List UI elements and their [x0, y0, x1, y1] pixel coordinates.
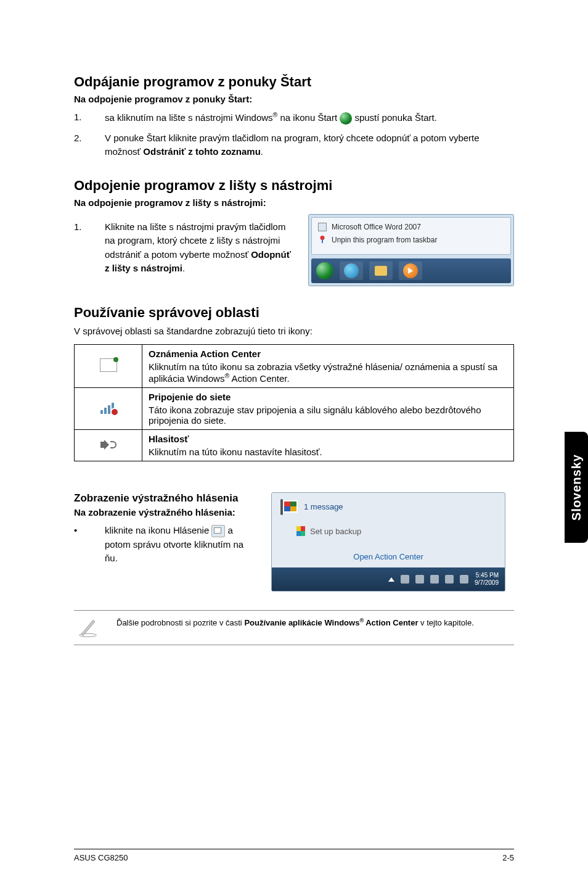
text-frag: Action Center.	[229, 373, 290, 384]
text-frag: spustí ponuka Štart.	[352, 112, 437, 123]
start-button[interactable]	[316, 262, 333, 279]
cell-body: Kliknutím na túto ikonu sa zobrazia všet…	[149, 361, 497, 384]
open-action-center-link[interactable]: Open Action Center	[272, 542, 505, 567]
step-number: 2.	[74, 131, 86, 159]
bullet-text: kliknite na ikonu Hlásenie a potom správ…	[105, 524, 259, 566]
taskbar-wmp-button[interactable]	[399, 262, 422, 280]
text-frag: kliknite na ikonu Hlásenie	[105, 525, 211, 535]
alert-flag-icon	[211, 525, 225, 537]
context-menu-inner: Microsoft Office Word 2007 Unpin this pr…	[311, 217, 511, 255]
tray-icon[interactable]	[401, 575, 409, 584]
table-row: Pripojenie do siete Táto ikona zobrazuje…	[75, 388, 514, 430]
clock-date: 9/7/2009	[475, 579, 499, 587]
svg-point-0	[321, 235, 325, 239]
system-tray: 5:45 PM 9/7/2009	[272, 567, 505, 591]
cell-content: Oznámenia Action Center Kliknutím na tút…	[142, 345, 514, 388]
text-frag: sa kliknutím na lište s nástrojmi Window…	[105, 112, 273, 123]
section2-steps: 1. Kliknite na lište s nástrojmi pravým …	[74, 220, 296, 276]
text-frag: .	[182, 263, 185, 273]
text-frag: na ikonu Štart	[277, 112, 340, 123]
page-footer: ASUS CG8250 2-5	[74, 849, 514, 862]
tray-icon[interactable]	[460, 575, 468, 584]
step-text: sa kliknutím na lište s nástrojmi Window…	[105, 110, 514, 125]
network-icon	[100, 402, 116, 414]
taskbar-ie-button[interactable]	[340, 262, 363, 280]
icons-table: Oznámenia Action Center Kliknutím na tút…	[74, 344, 514, 461]
icon-cell	[75, 345, 142, 388]
tray-clock[interactable]: 5:45 PM 9/7/2009	[475, 572, 499, 587]
bold-text: Action Center	[364, 618, 418, 627]
text-frag: .	[261, 146, 263, 157]
section3-intro: V správovej oblasti sa štandardne zobraz…	[74, 324, 514, 339]
menu-item-word[interactable]: Microsoft Office Word 2007	[318, 223, 504, 231]
section3-title: Používanie správovej oblasti	[74, 305, 514, 321]
cell-body: Kliknutím na túto ikonu nastavíte hlasit…	[149, 447, 322, 457]
cell-title: Pripojenie do siete	[149, 392, 507, 402]
note-text: Ďalšie podrobnosti si pozrite v časti Po…	[116, 617, 474, 629]
menu-item-label: Unpin this program from taskbar	[332, 236, 437, 244]
action-center-icon	[100, 358, 117, 372]
context-menu-screenshot: Microsoft Office Word 2007 Unpin this pr…	[308, 214, 514, 286]
message-text: Set up backup	[310, 527, 361, 536]
language-tab: Slovensky	[565, 432, 588, 543]
icon-cell	[75, 430, 142, 461]
tray-expand-icon[interactable]	[388, 577, 394, 582]
menu-item-label: Microsoft Office Word 2007	[332, 223, 421, 231]
bullet-mark: •	[74, 524, 86, 566]
messages-count: 1 message	[304, 502, 343, 511]
text-frag: Kliknutím na túto ikonu sa zobrazia všet…	[149, 361, 497, 384]
taskbar-explorer-button[interactable]	[369, 262, 393, 280]
volume-icon	[100, 439, 116, 451]
note-pen-icon	[74, 617, 102, 638]
section1-step2: 2. V ponuke Štart kliknite pravým tlačid…	[74, 131, 514, 159]
footer-left: ASUS CG8250	[74, 853, 128, 862]
section1-steps: 1. sa kliknutím na lište s nástrojmi Win…	[74, 110, 514, 159]
popup-header[interactable]: 1 message	[272, 493, 505, 520]
section2-subhead: Na odpojenie programov z lišty s nástroj…	[74, 197, 514, 208]
unpin-icon	[318, 235, 327, 245]
bold-text: Používanie aplikácie Windows	[244, 618, 359, 627]
cell-content: Pripojenie do siete Táto ikona zobrazuje…	[142, 388, 514, 430]
note-block: Ďalšie podrobnosti si pozrite v časti Po…	[74, 610, 514, 645]
taskbar-screenshot	[311, 258, 511, 283]
section4-subhead: Na zobrazenie výstražného hlásenia:	[74, 507, 259, 518]
svg-rect-1	[322, 239, 323, 243]
section1-subhead: Na odpojenie programov z ponuky Štart:	[74, 94, 514, 104]
footer-page-number: 2-5	[502, 853, 514, 862]
section4-bullet: • kliknite na ikonu Hlásenie a potom spr…	[74, 524, 259, 566]
ie-icon	[344, 263, 359, 278]
menu-item-unpin[interactable]: Unpin this program from taskbar	[318, 235, 504, 245]
step-number: 1.	[74, 220, 86, 276]
step-text: V ponuke Štart kliknite pravým tlačidlom…	[105, 131, 514, 159]
step-text: Kliknite na lište s nástrojmi pravým tla…	[105, 220, 296, 276]
folder-icon	[375, 266, 387, 276]
cell-content: Hlasitosť Kliknutím na túto ikonu nastav…	[142, 430, 514, 461]
shield-icon	[296, 526, 305, 536]
notification-popup-screenshot: 1 message Set up backup Open Action Cent…	[271, 492, 505, 592]
start-orb-icon	[340, 112, 352, 125]
cell-body: Táto ikona zobrazuje stav pripojenia a s…	[149, 405, 481, 426]
tray-icon[interactable]	[415, 575, 424, 584]
section1-step1: 1. sa kliknutím na lište s nástrojmi Win…	[74, 110, 514, 125]
section2-step1: 1. Kliknite na lište s nástrojmi pravým …	[74, 220, 296, 276]
action-center-flag-icon	[283, 500, 298, 513]
word-icon	[318, 223, 327, 231]
text-frag: Ďalšie podrobnosti si pozrite v časti	[116, 618, 244, 627]
registered-mark: ®	[224, 372, 229, 379]
clock-time: 5:45 PM	[475, 572, 499, 579]
table-row: Oznámenia Action Center Kliknutím na tút…	[75, 345, 514, 388]
popup-message-item[interactable]: Set up backup	[272, 520, 505, 542]
cell-title: Oznámenia Action Center	[149, 349, 507, 359]
section4-title: Zobrazenie výstražného hlásenia	[74, 492, 259, 505]
step-number: 1.	[74, 110, 86, 125]
tray-icon[interactable]	[430, 575, 439, 584]
text-frag: v tejto kapitole.	[418, 618, 473, 627]
section2-title: Odpojenie programov z lišty s nástrojmi	[74, 178, 514, 194]
table-row: Hlasitosť Kliknutím na túto ikonu nastav…	[75, 430, 514, 461]
icon-cell	[75, 388, 142, 430]
section1-title: Odpájanie programov z ponuky Štart	[74, 74, 514, 90]
wmp-icon	[403, 263, 418, 278]
bold-text: Odstrániť z tohto zoznamu	[143, 146, 261, 157]
tray-icon[interactable]	[445, 575, 454, 584]
cell-title: Hlasitosť	[149, 434, 507, 444]
